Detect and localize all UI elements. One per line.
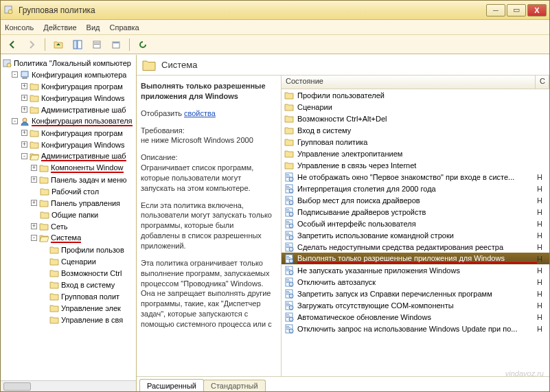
expand-toggle[interactable]: - (31, 235, 37, 241)
list-row[interactable]: Запретить использование командной строки… (282, 229, 549, 241)
tree-label: Управление элек (61, 304, 121, 312)
list-state: Н (537, 313, 547, 321)
list-row[interactable]: Подписывание драйверов устройствН (282, 206, 549, 218)
tree-item[interactable]: +Конфигурация програм (1, 80, 136, 92)
close-button[interactable]: X (527, 4, 547, 16)
list-label: Загружать отсутствующие COM-компоненты (297, 301, 537, 310)
tree-item[interactable]: +Сеть (1, 220, 136, 232)
tree-item[interactable]: +Панель задач и меню (1, 174, 136, 185)
tree-item[interactable]: -Конфигурация пользователя (1, 115, 136, 127)
list-row[interactable]: Возможности Ctrl+Alt+Del (282, 113, 549, 124)
list-row[interactable]: Управление электропитанием (282, 148, 549, 159)
tab-standard[interactable]: Стандартный (203, 380, 266, 391)
list-row[interactable]: Не отображать окно "Первое знакомство" п… (282, 171, 549, 183)
tree-item[interactable]: -Конфигурация компьютера (1, 69, 136, 80)
expand-toggle[interactable]: + (21, 141, 27, 148)
tree-item[interactable]: -Система (1, 232, 136, 244)
list-row[interactable]: Запретить запуск из Справки перечисленны… (282, 288, 549, 299)
tree-item[interactable]: Управление элек (1, 302, 136, 314)
expand-toggle[interactable]: + (31, 223, 37, 229)
expand-toggle[interactable]: + (31, 200, 37, 206)
maximize-button[interactable]: ▭ (507, 4, 526, 16)
tree-item[interactable]: Возможности Ctrl (1, 267, 136, 279)
expand-toggle[interactable]: + (21, 130, 27, 136)
expand-toggle[interactable]: + (21, 95, 27, 101)
tree-label: Возможности Ctrl (61, 269, 122, 277)
tree-item[interactable]: +Административные шаб (1, 104, 136, 115)
tree-item[interactable]: +Компоненты Window (1, 162, 136, 174)
tree-item[interactable]: Групповая полит (1, 290, 136, 302)
properties-link[interactable]: свойства (184, 109, 216, 117)
expand-toggle[interactable]: + (31, 165, 37, 171)
tree-item[interactable]: +Конфигурация Windows (1, 139, 136, 150)
tree-root[interactable]: Политика "Локальный компьютер (1, 57, 136, 69)
list-row[interactable]: Выбор мест для поиска драйверовН (282, 194, 549, 206)
expand-toggle[interactable]: - (12, 118, 18, 124)
list-row[interactable]: Сценарии (282, 101, 549, 113)
properties-button[interactable] (89, 37, 104, 52)
tab-extended[interactable]: Расширенный (139, 379, 204, 391)
list-row[interactable]: Отключить запрос на использование Window… (282, 323, 549, 334)
col-state[interactable]: Состояние (282, 76, 536, 89)
list-row[interactable]: Управление в связь через Internet (282, 159, 549, 171)
expand-toggle[interactable]: - (12, 71, 18, 78)
list-row[interactable]: Отключить автозапускН (282, 276, 549, 288)
col-s[interactable]: С (536, 76, 549, 89)
menu-console[interactable]: Консоль (5, 23, 34, 32)
tree-item[interactable]: Управление в свя (1, 314, 136, 325)
up-button[interactable] (51, 37, 66, 52)
show-tree-button[interactable] (70, 37, 85, 52)
folder-icon (40, 210, 49, 219)
export-button[interactable] (108, 37, 124, 52)
menu-view[interactable]: Вид (87, 23, 100, 32)
list-body[interactable]: Профили пользователейСценарииВозможности… (282, 89, 549, 376)
minimize-button[interactable]: ─ (486, 4, 505, 16)
refresh-button[interactable] (135, 37, 150, 52)
menu-help[interactable]: Справка (110, 23, 139, 32)
list-label: Сделать недоступными средства редактиров… (297, 243, 537, 251)
tree-label: Политика "Локальный компьютер (14, 59, 131, 67)
list-row[interactable]: Автоматическое обновление WindowsН (282, 311, 549, 323)
folder-icon (284, 149, 295, 159)
tree-label: Конфигурация пользователя (32, 117, 133, 126)
policy-icon (284, 266, 295, 275)
folder-icon (30, 152, 39, 161)
desc-p2: Если эта политика включена, пользователи… (141, 200, 274, 251)
expand-toggle[interactable]: - (21, 153, 27, 159)
titlebar[interactable]: Групповая политика ─ ▭ X (1, 1, 549, 20)
list-header[interactable]: Состояние С (282, 76, 549, 89)
tree-item[interactable]: Общие папки (1, 209, 136, 220)
list-label: Профили пользователей (297, 91, 537, 100)
menu-action[interactable]: Действие (43, 23, 76, 32)
nav-fwd-button[interactable] (24, 37, 39, 52)
tree-item[interactable]: -Административные шаб (1, 150, 136, 162)
tree-item[interactable]: Вход в систему (1, 279, 136, 290)
list-row[interactable]: Выполнять только разрешенные приложения … (282, 253, 549, 264)
tree-item[interactable]: Рабочий стол (1, 185, 136, 197)
tree-label: Групповая полит (61, 292, 119, 301)
tree-item[interactable]: +Панель управления (1, 197, 136, 209)
list-row[interactable]: Групповая политика (282, 136, 549, 148)
list-row[interactable]: Интерпретация столетия для 2000 годаН (282, 183, 549, 194)
tree-hscrollbar[interactable] (1, 380, 136, 391)
description-pane: Выполнять только разрешенные приложения … (137, 76, 281, 376)
tree-item[interactable]: +Конфигурация програм (1, 127, 136, 139)
expand-toggle[interactable]: + (21, 83, 27, 89)
expand-toggle[interactable]: + (31, 176, 37, 183)
list-row[interactable]: Профили пользователей (282, 89, 549, 101)
list-row[interactable]: Загружать отсутствующие COM-компонентыН (282, 299, 549, 311)
list-row[interactable]: Не запускать указанные приложения Window… (282, 264, 549, 276)
list-state: Н (537, 196, 547, 205)
list-label: Вход в систему (297, 126, 537, 135)
tree-item[interactable]: Профили пользов (1, 244, 136, 255)
tree-label: Общие папки (51, 211, 98, 219)
tree-item[interactable]: +Конфигурация Windows (1, 92, 136, 104)
tree-item[interactable]: Сценарии (1, 255, 136, 267)
desc-label: Описание: (141, 153, 178, 161)
list-row[interactable]: Особый интерфейс пользователяН (282, 218, 549, 229)
list-row[interactable]: Вход в систему (282, 124, 549, 136)
list-state: Н (537, 266, 547, 275)
expand-toggle[interactable]: + (21, 106, 27, 113)
nav-back-button[interactable] (5, 37, 20, 52)
list-row[interactable]: Сделать недоступными средства редактиров… (282, 241, 549, 253)
